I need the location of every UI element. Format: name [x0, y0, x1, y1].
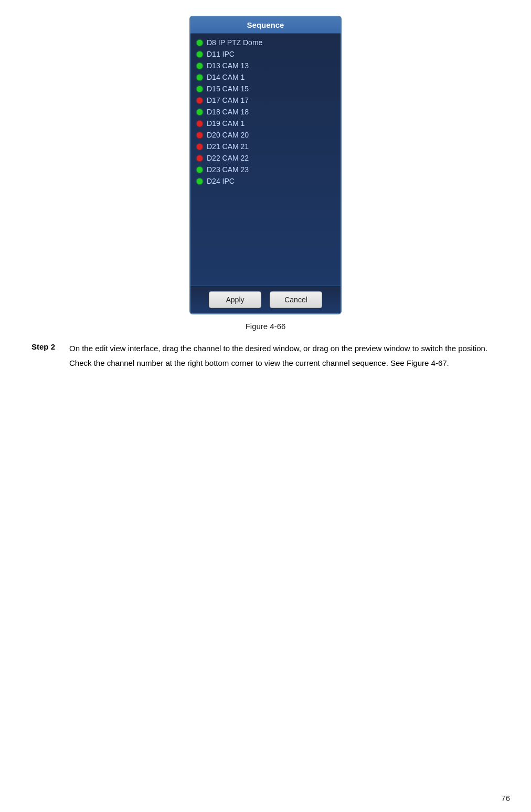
list-item-d18[interactable]: D18 CAM 18 — [190, 106, 341, 118]
item-label-d21: D21 CAM 21 — [207, 142, 249, 151]
status-dot-d14 — [197, 75, 203, 80]
apply-button[interactable]: Apply — [209, 291, 261, 308]
list-item-d22[interactable]: D22 CAM 22 — [190, 152, 341, 164]
status-dot-d11 — [197, 51, 203, 57]
status-dot-d8 — [197, 40, 203, 46]
step-body: On the edit view interface, drag the cha… — [69, 342, 500, 372]
item-label-d20: D20 CAM 20 — [207, 131, 249, 139]
sequence-dialog: Sequence D8 IP PTZ DomeD11 IPCD13 CAM 13… — [189, 16, 342, 314]
status-dot-d22 — [197, 155, 203, 161]
list-item-d14[interactable]: D14 CAM 1 — [190, 71, 341, 83]
dialog-title-bar: Sequence — [190, 17, 341, 34]
item-label-d18: D18 CAM 18 — [207, 108, 249, 116]
step-line1: On the edit view interface, drag the cha… — [69, 342, 500, 355]
status-dot-d21 — [197, 144, 203, 150]
dialog-title: Sequence — [247, 20, 284, 29]
list-item-d15[interactable]: D15 CAM 15 — [190, 83, 341, 94]
step-label: Step 2 — [31, 342, 69, 351]
list-item-d20[interactable]: D20 CAM 20 — [190, 129, 341, 141]
list-item-d21[interactable]: D21 CAM 21 — [190, 141, 341, 152]
item-label-d24: D24 IPC — [207, 177, 235, 185]
item-label-d14: D14 CAM 1 — [207, 73, 245, 81]
status-dot-d20 — [197, 132, 203, 138]
item-label-d19: D19 CAM 1 — [207, 119, 245, 128]
status-dot-d19 — [197, 121, 203, 126]
dialog-list: D8 IP PTZ DomeD11 IPCD13 CAM 13D14 CAM 1… — [190, 34, 341, 286]
list-item-d8[interactable]: D8 IP PTZ Dome — [190, 37, 341, 48]
list-item-d13[interactable]: D13 CAM 13 — [190, 60, 341, 71]
list-item-d24[interactable]: D24 IPC — [190, 175, 341, 187]
status-dot-d24 — [197, 178, 203, 184]
cancel-button[interactable]: Cancel — [270, 291, 322, 308]
step-line2: Check the channel number at the right bo… — [69, 357, 500, 370]
list-item-d19[interactable]: D19 CAM 1 — [190, 118, 341, 129]
item-label-d15: D15 CAM 15 — [207, 85, 249, 93]
page-number: 76 — [501, 794, 510, 803]
status-dot-d18 — [197, 109, 203, 115]
item-label-d23: D23 CAM 23 — [207, 165, 249, 174]
status-dot-d17 — [197, 98, 203, 103]
list-item-d11[interactable]: D11 IPC — [190, 48, 341, 60]
item-label-d22: D22 CAM 22 — [207, 154, 249, 162]
figure-caption: Figure 4-66 — [246, 322, 286, 331]
item-label-d13: D13 CAM 13 — [207, 61, 249, 70]
list-item-d17[interactable]: D17 CAM 17 — [190, 94, 341, 106]
status-dot-d23 — [197, 167, 203, 173]
list-item-d23[interactable]: D23 CAM 23 — [190, 164, 341, 175]
status-dot-d13 — [197, 63, 203, 69]
item-label-d11: D11 IPC — [207, 50, 235, 58]
item-label-d17: D17 CAM 17 — [207, 96, 249, 104]
item-label-d8: D8 IP PTZ Dome — [207, 38, 262, 47]
dialog-footer: Apply Cancel — [190, 286, 341, 313]
step-section: Step 2 On the edit view interface, drag … — [31, 342, 500, 372]
step-row: Step 2 On the edit view interface, drag … — [31, 342, 500, 372]
status-dot-d15 — [197, 86, 203, 92]
